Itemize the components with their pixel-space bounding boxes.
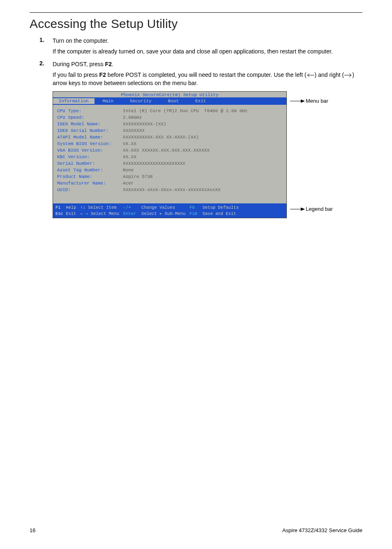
bios-title: Phoenix SecureCore(tm) Setup Utility: [53, 92, 286, 97]
right-arrow-icon: [344, 73, 352, 77]
legend-f1-key: F1: [55, 205, 61, 210]
page-heading: Accessing the Setup Utility: [30, 17, 362, 31]
legend-help: Help: [66, 205, 76, 210]
legend-esc-key: Esc: [55, 211, 63, 216]
left-arrow-icon: [307, 73, 315, 77]
legend-updown-key: ↑↓: [80, 205, 85, 210]
step-2-text-c: .: [112, 61, 113, 67]
svg-marker-5: [301, 208, 305, 211]
footer-title: Aspire 4732Z/4332 Service Guide: [282, 527, 362, 533]
step-2-sub-d: ) and right (: [315, 72, 344, 78]
bios-menu-information[interactable]: Information: [53, 98, 95, 104]
bios-menu-exit[interactable]: Exit: [187, 99, 214, 104]
bios-screenshot: Phoenix SecureCore(tm) Setup Utility Inf…: [53, 91, 287, 218]
legend-f9-key: F9: [189, 205, 195, 210]
legend-change-values: Change Values: [141, 205, 175, 210]
step-2-text-a: During POST, press: [53, 61, 105, 67]
step-2-sub-c: before POST is completed, you will need …: [106, 72, 307, 78]
callout-menu-bar: Menu bar: [306, 98, 328, 104]
step-2-key: F2: [105, 61, 112, 67]
legend-select-sub: Select ▸ Sub-Menu: [141, 211, 185, 216]
bios-menu-main[interactable]: Main: [95, 99, 122, 104]
step-1-text: Turn on the computer.: [53, 37, 362, 45]
legend-select-menu: Select Menu: [91, 211, 119, 216]
bios-field-values: Intel (R) Core (TM)2 Duo CPU T6400 @ 2.0…: [123, 108, 248, 200]
step-2-sub: If you fail to press F2 before POST is c…: [53, 71, 362, 88]
step-1-sub: If the computer is already turned on, sa…: [53, 47, 362, 55]
legend-enter-key: Enter: [123, 211, 136, 216]
legend-leftright-key: ← →: [80, 211, 88, 216]
step-2-sub-key: F2: [99, 72, 106, 78]
step-2-sub-a: If you fail to press: [53, 72, 99, 78]
step-2-number: 2.: [39, 60, 53, 68]
bios-menu-boot[interactable]: Boot: [160, 99, 187, 104]
callout-arrow-icon: [289, 99, 306, 103]
svg-marker-3: [301, 99, 305, 103]
callout-arrow-icon: [289, 207, 306, 211]
bios-legend-bar: F1 Help Esc Exit ↑↓ Select Item ← → Sele…: [53, 203, 286, 217]
legend-setup-defaults: Setup Defaults: [203, 205, 239, 210]
bios-body: CPU Type: CPU Speed: IDE0 Model Name: ID…: [53, 105, 286, 203]
legend-exit: Exit: [66, 211, 76, 216]
bios-menu-bar: Information Main Security Boot Exit: [53, 97, 286, 105]
legend-select-item: Select Item: [88, 205, 116, 210]
step-1-number: 1.: [39, 37, 53, 45]
legend-pm-key: -/+: [123, 205, 131, 210]
callout-legend-bar: Legend bar: [306, 206, 333, 212]
bios-field-labels: CPU Type: CPU Speed: IDE0 Model Name: ID…: [57, 108, 111, 200]
step-2-text: During POST, press F2.: [53, 60, 362, 68]
legend-f10-key: F10: [189, 211, 197, 216]
legend-save-exit: Save and Exit: [203, 211, 236, 216]
bios-menu-security[interactable]: Security: [122, 99, 160, 104]
page-number: 16: [30, 527, 35, 533]
